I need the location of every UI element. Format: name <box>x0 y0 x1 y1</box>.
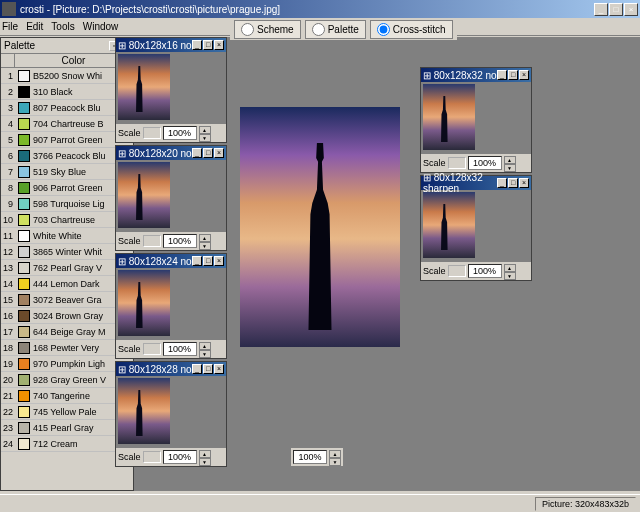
preview-image[interactable] <box>118 54 170 120</box>
preview-max-button[interactable]: □ <box>508 70 518 80</box>
palette-row[interactable]: 10703 Chartreuse <box>1 212 133 228</box>
palette-row[interactable]: 18168 Pewter Very <box>1 340 133 356</box>
scale-spinner[interactable]: ▲▼ <box>504 264 516 278</box>
preview-min-button[interactable]: _ <box>497 70 507 80</box>
menu-tools[interactable]: Tools <box>51 21 74 32</box>
minimize-button[interactable]: _ <box>594 3 608 16</box>
palette-row[interactable]: 8906 Parrot Green <box>1 180 133 196</box>
scale-slider[interactable] <box>143 127 161 139</box>
palette-row[interactable]: 23415 Pearl Gray <box>1 420 133 436</box>
tab-palette-radio[interactable] <box>312 23 325 36</box>
preview-window[interactable]: ⊞ 80x128x20 no_□×Scale100%▲▼ <box>115 145 227 251</box>
close-button[interactable]: × <box>624 3 638 16</box>
main-scale-value[interactable]: 100% <box>293 450 327 464</box>
scale-slider[interactable] <box>448 265 466 277</box>
scale-spinner[interactable]: ▲▼ <box>504 156 516 170</box>
palette-row[interactable]: 17644 Beige Gray M <box>1 324 133 340</box>
palette-row[interactable]: 1B5200 Snow Whi <box>1 68 133 84</box>
scale-value[interactable]: 100% <box>163 342 197 356</box>
preview-max-button[interactable]: □ <box>203 148 213 158</box>
preview-min-button[interactable]: _ <box>192 40 202 50</box>
preview-window[interactable]: ⊞ 80x128x32 sharpen_□×Scale100%▲▼ <box>420 175 532 281</box>
scale-slider[interactable] <box>448 157 466 169</box>
main-picture[interactable] <box>240 107 400 347</box>
palette-row[interactable]: 24712 Cream <box>1 436 133 452</box>
preview-max-button[interactable]: □ <box>508 178 518 188</box>
preview-min-button[interactable]: _ <box>497 178 507 188</box>
preview-image[interactable] <box>423 192 475 258</box>
scale-slider[interactable] <box>143 451 161 463</box>
scale-value[interactable]: 100% <box>163 234 197 248</box>
scale-spinner[interactable]: ▲▼ <box>199 234 211 248</box>
preview-close-button[interactable]: × <box>214 148 224 158</box>
palette-swatch <box>18 310 30 322</box>
preview-image[interactable] <box>118 270 170 336</box>
preview-min-button[interactable]: _ <box>192 148 202 158</box>
palette-row[interactable]: 2310 Black <box>1 84 133 100</box>
tab-scheme-radio[interactable] <box>241 23 254 36</box>
palette-row[interactable]: 3807 Peacock Blu <box>1 100 133 116</box>
palette-row[interactable]: 4704 Chartreuse B <box>1 116 133 132</box>
preview-close-button[interactable]: × <box>519 178 529 188</box>
scale-value[interactable]: 100% <box>468 156 502 170</box>
preview-min-button[interactable]: _ <box>192 256 202 266</box>
palette-row[interactable]: 163024 Brown Gray <box>1 308 133 324</box>
palette-row[interactable]: 9598 Turquoise Lig <box>1 196 133 212</box>
preview-window[interactable]: ⊞ 80x128x28 no_□×Scale100%▲▼ <box>115 361 227 467</box>
preview-window[interactable]: ⊞ 80x128x32 no_□×Scale100%▲▼ <box>420 67 532 173</box>
palette-row[interactable]: 13762 Pearl Gray V <box>1 260 133 276</box>
preview-image[interactable] <box>423 84 475 150</box>
preview-close-button[interactable]: × <box>519 70 529 80</box>
preview-close-button[interactable]: × <box>214 256 224 266</box>
palette-row[interactable]: 11White White <box>1 228 133 244</box>
preview-titlebar[interactable]: ⊞ 80x128x20 no_□× <box>116 146 226 160</box>
preview-close-button[interactable]: × <box>214 40 224 50</box>
scale-value[interactable]: 100% <box>163 450 197 464</box>
scale-spinner[interactable]: ▲▼ <box>199 342 211 356</box>
preview-min-button[interactable]: _ <box>192 364 202 374</box>
palette-row[interactable]: 20928 Gray Green V <box>1 372 133 388</box>
preview-window[interactable]: ⊞ 80x128x24 no_□×Scale100%▲▼ <box>115 253 227 359</box>
scale-slider[interactable] <box>143 343 161 355</box>
main-scale-spinner[interactable]: ▲▼ <box>329 450 341 464</box>
menu-edit[interactable]: Edit <box>26 21 43 32</box>
window-title: crosti - [Picture: D:\Projects\crosti\cr… <box>20 4 280 15</box>
maximize-button[interactable]: □ <box>609 3 623 16</box>
scale-value[interactable]: 100% <box>163 126 197 140</box>
scale-slider[interactable] <box>143 235 161 247</box>
preview-titlebar[interactable]: ⊞ 80x128x32 no_□× <box>421 68 531 82</box>
tab-scheme[interactable]: Scheme <box>234 20 301 39</box>
preview-max-button[interactable]: □ <box>203 256 213 266</box>
palette-row[interactable]: 19970 Pumpkin Ligh <box>1 356 133 372</box>
palette-row[interactable]: 153072 Beaver Gra <box>1 292 133 308</box>
preview-max-button[interactable]: □ <box>203 40 213 50</box>
menu-file[interactable]: File <box>2 21 18 32</box>
palette-row[interactable]: 63766 Peacock Blu <box>1 148 133 164</box>
palette-row[interactable]: 22745 Yellow Pale <box>1 404 133 420</box>
tab-cross-stitch[interactable]: Cross-stitch <box>370 20 453 39</box>
palette-row[interactable]: 21740 Tangerine <box>1 388 133 404</box>
palette-row[interactable]: 7519 Sky Blue <box>1 164 133 180</box>
view-tabs: Scheme Palette Cross-stitch <box>230 18 457 40</box>
preview-max-button[interactable]: □ <box>203 364 213 374</box>
preview-window[interactable]: ⊞ 80x128x16 no_□×Scale100%▲▼ <box>115 37 227 143</box>
palette-row[interactable]: 5907 Parrot Green <box>1 132 133 148</box>
palette-index: 1 <box>1 71 15 81</box>
tab-cross-radio[interactable] <box>377 23 390 36</box>
palette-swatch <box>18 422 30 434</box>
preview-titlebar[interactable]: ⊞ 80x128x24 no_□× <box>116 254 226 268</box>
preview-image[interactable] <box>118 378 170 444</box>
palette-row[interactable]: 14444 Lemon Dark <box>1 276 133 292</box>
tab-palette[interactable]: Palette <box>305 20 366 39</box>
scale-spinner[interactable]: ▲▼ <box>199 450 211 464</box>
palette-row[interactable]: 123865 Winter Whit <box>1 244 133 260</box>
main-area: Palette ▫× Color 1B5200 Snow Whi2310 Bla… <box>0 37 640 491</box>
scale-value[interactable]: 100% <box>468 264 502 278</box>
preview-image[interactable] <box>118 162 170 228</box>
preview-titlebar[interactable]: ⊞ 80x128x16 no_□× <box>116 38 226 52</box>
preview-close-button[interactable]: × <box>214 364 224 374</box>
preview-titlebar[interactable]: ⊞ 80x128x28 no_□× <box>116 362 226 376</box>
scale-spinner[interactable]: ▲▼ <box>199 126 211 140</box>
menu-window[interactable]: Window <box>83 21 119 32</box>
preview-titlebar[interactable]: ⊞ 80x128x32 sharpen_□× <box>421 176 531 190</box>
